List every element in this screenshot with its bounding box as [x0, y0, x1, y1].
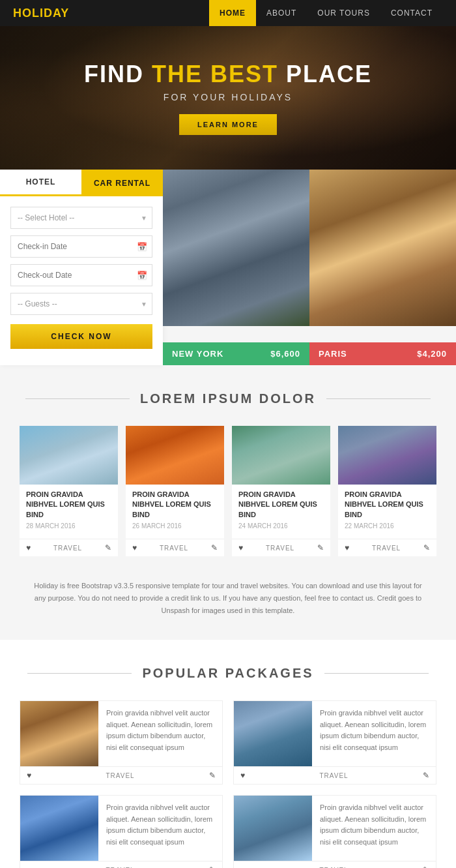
blog-title-2: PROIN GRAVIDA NIBHVEL LOREM QUIS BIND	[132, 490, 218, 520]
destination-image-newyork	[163, 170, 309, 326]
blog-date-3: 24 MARCH 2016	[238, 522, 324, 530]
share-icon-2[interactable]: ✎	[211, 543, 218, 552]
package-body-3: Proin gravida nibhvel velit auctor aliqu…	[98, 796, 222, 861]
hero-subtitle: FOR YOUR HOLIDAYS	[164, 92, 292, 102]
pkg-category-2: TRAVEL	[249, 772, 419, 779]
share-icon-1[interactable]: ✎	[105, 543, 111, 552]
hero-section: FIND THE BEST PLACE FOR YOUR HOLIDAYS LE…	[0, 26, 456, 170]
blog-card-4: PROIN GRAVIDA NIBHVEL LOREM QUIS BIND 22…	[338, 426, 436, 556]
pkg-share-icon-1[interactable]: ✎	[209, 771, 216, 780]
lorem-section: LOREM IPSUM DOLOR PROIN GRAVIDA NIBHVEL …	[0, 365, 456, 640]
destination-name-newyork: NEW YORK	[172, 349, 223, 359]
blog-card-2: PROIN GRAVIDA NIBHVEL LOREM QUIS BIND 26…	[126, 426, 224, 556]
packages-divider-right	[324, 673, 429, 674]
blog-card-3: PROIN GRAVIDA NIBHVEL LOREM QUIS BIND 24…	[232, 426, 330, 556]
blog-grid: PROIN GRAVIDA NIBHVEL LOREM QUIS BIND 28…	[20, 426, 436, 556]
hero-title: FIND THE BEST PLACE	[84, 61, 372, 88]
packages-title: POPULAR PACKAGES	[142, 666, 313, 681]
hero-title-highlight: THE BEST	[152, 61, 278, 87]
package-card-3: Proin gravida nibhvel velit auctor aliqu…	[20, 795, 223, 868]
package-image-3	[20, 796, 98, 861]
booking-form-inner: -- Select Hotel -- ▼ 📅 📅 -- Guests -- ▼ …	[0, 207, 163, 349]
lorem-title: LOREM IPSUM DOLOR	[140, 391, 316, 406]
package-image-4	[234, 796, 312, 861]
blog-footer-2: ♥ TRAVEL ✎	[126, 539, 224, 556]
divider-left	[25, 398, 130, 399]
heart-icon-2[interactable]: ♥	[132, 543, 137, 552]
blog-date-1: 28 MARCH 2016	[26, 522, 111, 530]
pkg-share-icon-3[interactable]: ✎	[209, 865, 216, 868]
checkout-wrap: 📅	[10, 264, 152, 286]
blog-image-3	[232, 426, 330, 485]
tab-car-rental[interactable]: CAR RENTAL	[81, 170, 163, 196]
checkout-input[interactable]	[10, 264, 152, 286]
package-card-2: Proin gravida nibhvel velit auctor aliqu…	[233, 700, 436, 785]
checkin-input[interactable]	[10, 235, 152, 258]
package-card-4: Proin gravida nibhvel velit auctor aliqu…	[233, 795, 436, 868]
blog-card-1: PROIN GRAVIDA NIBHVEL LOREM QUIS BIND 28…	[20, 426, 118, 556]
hero-title-part1: FIND	[84, 61, 152, 87]
package-card-inner-4: Proin gravida nibhvel velit auctor aliqu…	[234, 796, 436, 861]
destination-label-paris[interactable]: PARIS $4,200	[309, 342, 456, 365]
learn-more-button[interactable]: LEARN MORE	[179, 114, 277, 135]
pkg-heart-icon-3[interactable]: ♥	[27, 865, 31, 868]
heart-icon-3[interactable]: ♥	[238, 543, 243, 552]
packages-grid: Proin gravida nibhvel velit auctor aliqu…	[20, 700, 436, 868]
blog-category-4: TRAVEL	[353, 545, 420, 552]
package-body-4: Proin gravida nibhvel velit auctor aliqu…	[312, 796, 436, 861]
blog-title-4: PROIN GRAVIDA NIBHVEL LOREM QUIS BIND	[345, 490, 430, 520]
package-body-2: Proin gravida nibhvel velit auctor aliqu…	[312, 701, 436, 766]
blog-body-4: PROIN GRAVIDA NIBHVEL LOREM QUIS BIND 22…	[338, 485, 436, 539]
packages-divider-left	[27, 673, 132, 674]
pkg-heart-icon-4[interactable]: ♥	[240, 865, 245, 868]
blog-date-4: 22 MARCH 2016	[345, 522, 430, 530]
hotel-select-wrap: -- Select Hotel -- ▼	[10, 207, 152, 229]
destination-card-paris: PARIS $4,200	[309, 170, 456, 365]
destination-price-paris: $4,200	[417, 349, 447, 359]
nav-links: HOME ABOUT OUR TOURS CONTACT	[209, 0, 443, 26]
pkg-heart-icon-2[interactable]: ♥	[240, 771, 245, 780]
heart-icon-4[interactable]: ♥	[345, 543, 349, 552]
destination-label-newyork[interactable]: NEW YORK $6,600	[163, 342, 309, 365]
calendar-icon-checkin: 📅	[137, 242, 147, 252]
package-body-1: Proin gravida nibhvel velit auctor aliqu…	[98, 701, 222, 766]
package-card-inner-1: Proin gravida nibhvel velit auctor aliqu…	[20, 701, 222, 766]
blog-body-1: PROIN GRAVIDA NIBHVEL LOREM QUIS BIND 28…	[20, 485, 118, 539]
check-now-button[interactable]: CHECK NOW	[10, 324, 152, 349]
navbar: HOLIDAY HOME ABOUT OUR TOURS CONTACT	[0, 0, 456, 26]
destination-card-newyork: NEW YORK $6,600	[163, 170, 309, 365]
brand-logo: HOLIDAY	[13, 7, 209, 20]
nav-contact[interactable]: CONTACT	[380, 0, 443, 26]
destination-cards: NEW YORK $6,600 PARIS $4,200	[163, 170, 456, 365]
pkg-share-icon-2[interactable]: ✎	[423, 771, 429, 780]
booking-tabs: HOTEL CAR RENTAL	[0, 170, 163, 196]
heart-icon-1[interactable]: ♥	[26, 543, 31, 552]
share-icon-4[interactable]: ✎	[423, 543, 430, 552]
blog-image-4	[338, 426, 436, 485]
blog-date-2: 26 MARCH 2016	[132, 522, 218, 530]
tab-hotel[interactable]: HOTEL	[0, 170, 81, 196]
calendar-icon-checkout: 📅	[137, 271, 147, 280]
package-image-1	[20, 701, 98, 766]
nav-about[interactable]: ABOUT	[256, 0, 307, 26]
blog-image-1	[20, 426, 118, 485]
nav-tours[interactable]: OUR TOURS	[307, 0, 380, 26]
booking-section: HOTEL CAR RENTAL -- Select Hotel -- ▼ 📅 …	[0, 170, 456, 365]
hotel-select[interactable]: -- Select Hotel --	[10, 207, 152, 229]
blog-image-2	[126, 426, 224, 485]
pkg-share-icon-4[interactable]: ✎	[423, 865, 429, 868]
package-card-inner-2: Proin gravida nibhvel velit auctor aliqu…	[234, 701, 436, 766]
package-image-2	[234, 701, 312, 766]
nav-home[interactable]: HOME	[209, 0, 256, 26]
blog-body-3: PROIN GRAVIDA NIBHVEL LOREM QUIS BIND 24…	[232, 485, 330, 539]
checkin-wrap: 📅	[10, 235, 152, 258]
description-text: Holiday is free Bootstrap v3.3.5 respons…	[20, 569, 436, 627]
package-footer-4: ♥ TRAVEL ✎	[234, 861, 436, 868]
divider-right	[326, 398, 431, 399]
pkg-category-1: TRAVEL	[35, 772, 205, 779]
pkg-heart-icon-1[interactable]: ♥	[27, 771, 31, 780]
share-icon-3[interactable]: ✎	[317, 543, 324, 552]
guests-select[interactable]: -- Guests --	[10, 293, 152, 315]
blog-category-3: TRAVEL	[247, 545, 313, 552]
blog-category-2: TRAVEL	[141, 545, 207, 552]
